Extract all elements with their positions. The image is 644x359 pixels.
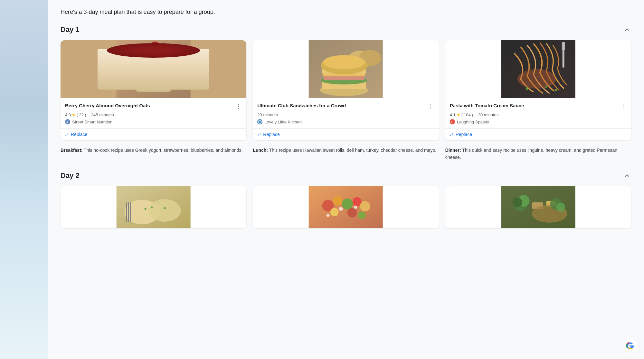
- recipe-image-oats: [61, 40, 246, 98]
- recipe-title-sandwich: Ultimate Club Sandwiches for a Crowd: [257, 102, 424, 109]
- svg-point-57: [327, 214, 330, 217]
- time-sandwich: 23 minutes: [257, 112, 278, 117]
- svg-point-52: [330, 208, 339, 216]
- favicon-ls: !: [450, 119, 455, 124]
- recipe-source-pasta: ! Laughing Spatula: [450, 119, 627, 124]
- svg-point-43: [145, 208, 147, 210]
- recipe-info-sandwich: Ultimate Club Sandwiches for a Crowd ⋮ 2…: [253, 98, 439, 124]
- day1-recipe-cards: Berry Cherry Almond Overnight Oats ⋮ 4.9…: [61, 40, 631, 140]
- main-content: Here's a 3-day meal plan that is easy to…: [48, 0, 644, 359]
- recipe-meta-sandwich: 23 minutes: [257, 112, 434, 117]
- replace-button-sandwich[interactable]: ⇄ Replace: [257, 132, 279, 137]
- svg-point-10: [163, 58, 167, 63]
- more-menu-pasta[interactable]: ⋮: [620, 102, 627, 111]
- svg-rect-28: [562, 42, 562, 50]
- lunch-text: This recipe uses Hawaiian sweet rolls, d…: [268, 148, 436, 153]
- svg-point-5: [168, 46, 175, 53]
- svg-point-4: [160, 43, 168, 52]
- svg-rect-29: [563, 42, 564, 50]
- favicon-ssn: S: [65, 119, 70, 124]
- replace-section-pasta: ⇄ Replace: [445, 128, 631, 140]
- recipe-card-oats: Berry Cherry Almond Overnight Oats ⋮ 4.9…: [61, 40, 246, 140]
- svg-point-2: [143, 44, 152, 53]
- recipe-meta-pasta: 4.1 ★ (104) · 30 minutes: [450, 112, 627, 117]
- recipe-card-sandwich: Ultimate Club Sandwiches for a Crowd ⋮ 2…: [253, 40, 439, 140]
- svg-point-8: [150, 56, 154, 60]
- day2-card-eggs: [61, 186, 246, 228]
- lunch-label: Lunch:: [253, 148, 268, 153]
- day2-card-stirfry: [445, 186, 631, 228]
- svg-point-48: [333, 196, 343, 206]
- svg-point-56: [354, 206, 357, 209]
- replace-section-sandwich: ⇄ Replace: [253, 128, 439, 140]
- svg-point-7: [143, 57, 148, 62]
- day2-header: Day 2: [61, 171, 631, 180]
- svg-point-55: [339, 207, 343, 211]
- day1-title: Day 1: [61, 25, 80, 34]
- svg-point-61: [512, 198, 522, 207]
- day2-section: Day 2: [61, 171, 631, 228]
- recipe-image-sandwich: [253, 40, 439, 98]
- svg-point-32: [526, 87, 528, 90]
- svg-rect-40: [126, 202, 127, 222]
- replace-button-pasta[interactable]: ⇄ Replace: [450, 132, 472, 137]
- recipe-title-oats: Berry Cherry Almond Overnight Oats: [65, 102, 232, 109]
- meta-dot-pasta: ·: [475, 112, 476, 117]
- dinner-desc: Dinner: This quick and easy recipe uses …: [445, 147, 631, 161]
- google-logo: G: [623, 338, 638, 353]
- rating-oats: 4.9 ★ (22): [65, 112, 86, 117]
- recipe-image-pasta: [445, 40, 631, 98]
- recipe-card-pasta: Pasta with Tomato Cream Sauce ⋮ 4.1 ★ (1…: [445, 40, 631, 140]
- svg-point-39: [149, 199, 181, 222]
- source-name-pasta: Laughing Spatula: [457, 120, 489, 124]
- svg-point-54: [358, 211, 366, 219]
- svg-point-53: [347, 208, 357, 218]
- day2-card-salad: [253, 186, 439, 228]
- day1-header: Day 1: [61, 25, 631, 34]
- recipe-meta-oats: 4.9 ★ (22) · 245 minutes: [65, 112, 242, 117]
- recipe-info-pasta: Pasta with Tomato Cream Sauce ⋮ 4.1 ★ (1…: [445, 98, 631, 124]
- svg-text:S: S: [66, 121, 68, 124]
- svg-point-31: [517, 69, 556, 89]
- svg-point-34: [555, 89, 557, 92]
- more-menu-sandwich[interactable]: ⋮: [427, 102, 434, 111]
- day2-recipe-cards: [61, 186, 631, 228]
- source-name-sandwich: Lovely Little Kitchen: [264, 120, 302, 124]
- replace-icon-sandwich: ⇄: [257, 132, 261, 137]
- svg-point-45: [164, 207, 166, 209]
- more-menu-oats[interactable]: ⋮: [235, 102, 242, 111]
- star-icon-oats: ★: [72, 112, 76, 117]
- svg-point-51: [360, 201, 370, 211]
- breakfast-desc: Breakfast: This no-cook recipe uses Gree…: [61, 147, 246, 161]
- svg-point-35: [450, 119, 455, 124]
- replace-section-oats: ⇄ Replace: [61, 128, 246, 140]
- recipe-source-sandwich: Lovely Little Kitchen: [257, 119, 434, 124]
- replace-button-oats[interactable]: ⇄ Replace: [65, 132, 87, 137]
- favicon-llk: [257, 119, 262, 124]
- meta-dot-oats: ·: [88, 112, 89, 117]
- breakfast-label: Breakfast:: [61, 148, 82, 153]
- svg-point-3: [150, 42, 160, 52]
- day2-collapse-button[interactable]: [623, 172, 631, 180]
- day1-section: Day 1: [61, 25, 631, 161]
- svg-rect-6: [137, 66, 170, 90]
- rating-pasta: 4.1 ★ (104): [450, 112, 473, 117]
- svg-rect-30: [564, 42, 565, 50]
- svg-point-33: [545, 86, 547, 88]
- day1-collapse-button[interactable]: [623, 26, 631, 34]
- review-count-oats: (: [77, 112, 78, 117]
- rating-value-pasta: 4.1: [450, 112, 456, 117]
- svg-text:!: !: [451, 121, 452, 124]
- replace-icon-pasta: ⇄: [450, 132, 454, 137]
- svg-rect-42: [130, 202, 131, 222]
- day1-descriptions: Breakfast: This no-cook recipe uses Gree…: [61, 147, 631, 161]
- star-icon-pasta: ★: [457, 112, 460, 117]
- day2-title: Day 2: [61, 171, 80, 180]
- svg-rect-41: [128, 202, 129, 222]
- breakfast-text: This no-cook recipe uses Greek yogurt, s…: [82, 148, 242, 153]
- lunch-desc: Lunch: This recipe uses Hawaiian sweet r…: [253, 147, 439, 161]
- dinner-label: Dinner:: [445, 148, 461, 153]
- svg-rect-1: [136, 50, 171, 92]
- recipe-source-oats: S Street Smart Nutrition: [65, 119, 242, 124]
- svg-point-66: [556, 203, 565, 212]
